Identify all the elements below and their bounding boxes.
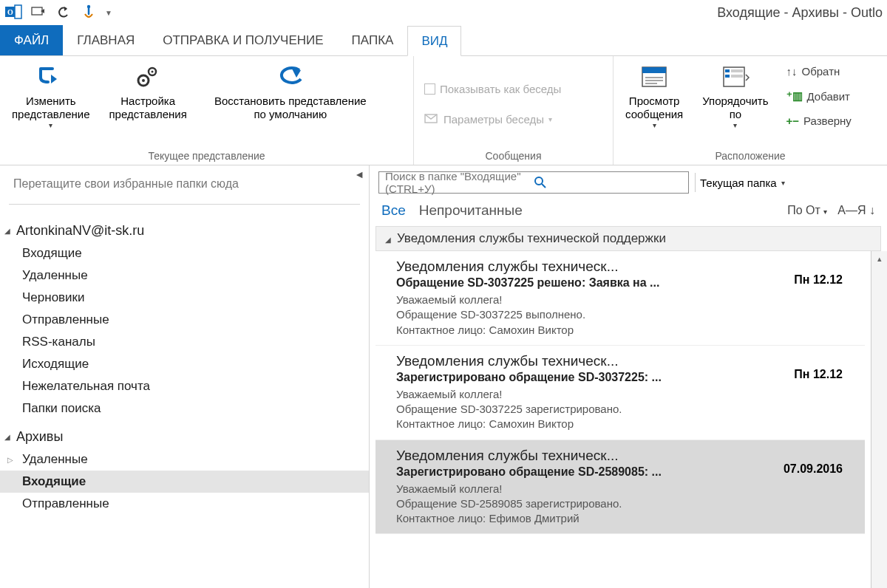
title-bar: O ▼ Входящие - Архивы - Outlo	[0, 0, 887, 25]
change-view-button[interactable]: Изменить представление ▾	[7, 61, 95, 133]
scrollbar[interactable]: ▴	[871, 251, 887, 588]
svg-rect-11	[642, 67, 666, 73]
message-group-header[interactable]: Уведомления службы технической поддержки	[375, 226, 881, 251]
message-item-selected[interactable]: Уведомления службы техническ... Зарегист…	[375, 440, 865, 535]
tab-view[interactable]: ВИД	[407, 26, 461, 56]
message-item[interactable]: Уведомления службы техническ... Зарегист…	[375, 346, 865, 440]
folder-junk[interactable]: Нежелательная почта	[0, 375, 369, 397]
message-date: 07.09.2016	[784, 462, 843, 476]
folder-drafts[interactable]: Черновики	[0, 287, 369, 309]
group-arrangement-label: Расположение	[621, 147, 880, 163]
message-preview: Уважаемый коллега! Обращение SD-3037225 …	[396, 293, 853, 338]
quick-access-toolbar: O ▼	[4, 4, 112, 21]
search-input[interactable]: Поиск в папке "Входящие" (CTRL+У)	[378, 171, 689, 194]
reset-icon	[274, 64, 307, 90]
conversation-settings-label: Параметры беседы	[444, 113, 544, 126]
arrange-by-button[interactable]: Упорядочить по ▾	[698, 61, 772, 133]
svg-point-6	[142, 79, 145, 82]
svg-rect-13	[725, 69, 730, 72]
archive-deleted[interactable]: Удаленные	[0, 448, 369, 471]
ribbon-group-arrangement: Просмотр сообщения ▾ Упорядочить по ▾ ↑↓…	[614, 56, 887, 165]
expand-collapse-button[interactable]: +− Разверну	[784, 110, 854, 131]
folder-outbox[interactable]: Исходящие	[0, 353, 369, 375]
ribbon: Изменить представление ▾ Настройка предс…	[0, 56, 887, 165]
conversation-icon	[424, 113, 439, 125]
tab-send-receive[interactable]: ОТПРАВКА И ПОЛУЧЕНИЕ	[149, 25, 337, 55]
account-node[interactable]: ArtonkinaNV@it-sk.ru	[0, 219, 369, 242]
scroll-up-icon[interactable]: ▴	[877, 251, 882, 267]
dropdown-caret-icon: ▾	[548, 115, 552, 123]
archives-node[interactable]: Архивы	[0, 425, 369, 448]
message-from: Уведомления службы техническ...	[396, 448, 853, 464]
reverse-sort-button[interactable]: ↑↓ Обратн	[784, 61, 854, 82]
tab-file[interactable]: ФАЙЛ	[0, 25, 63, 55]
view-settings-button[interactable]: Настройка представления	[105, 61, 191, 124]
favorites-hint: Перетащите свои избранные папки сюда	[0, 170, 369, 198]
send-receive-icon[interactable]	[30, 4, 47, 21]
expand-icon: +−	[786, 114, 800, 127]
window-title: Входящие - Архивы - Outlo	[112, 5, 883, 21]
undo-icon[interactable]	[55, 4, 72, 21]
show-as-conversations-checkbox[interactable]: Показывать как беседы	[421, 78, 564, 100]
folder-rss[interactable]: RSS-каналы	[0, 331, 369, 353]
ribbon-group-messages: Показывать как беседы Параметры беседы ▾…	[414, 56, 614, 165]
reset-view-button[interactable]: Восстановить представление по умолчанию	[202, 61, 379, 124]
add-columns-button[interactable]: ⁺▥ Добавит	[784, 85, 854, 107]
message-subject: Обращение SD-3037225 решено: Заявка на .…	[396, 276, 853, 290]
svg-rect-15	[725, 75, 730, 78]
folder-search[interactable]: Папки поиска	[0, 397, 369, 420]
message-preview-label: Просмотр сообщения	[625, 95, 683, 121]
checkbox-icon	[424, 83, 435, 95]
svg-rect-3	[32, 7, 42, 15]
sort-by-button[interactable]: По От ▾	[787, 204, 827, 217]
search-row: Поиск в папке "Входящие" (CTRL+У) Текуща…	[370, 165, 887, 199]
dropdown-caret-icon: ▾	[653, 121, 656, 130]
tab-home[interactable]: ГЛАВНАЯ	[63, 25, 149, 55]
message-from: Уведомления службы техническ...	[396, 259, 853, 275]
reverse-sort-label: Обратн	[802, 65, 840, 78]
folder-deleted[interactable]: Удаленные	[0, 264, 369, 287]
touch-mode-icon[interactable]	[80, 4, 98, 21]
add-columns-label: Добавит	[807, 90, 850, 103]
arrange-by-label: Упорядочить по	[702, 95, 768, 121]
search-scope-label: Текущая папка	[700, 177, 777, 189]
folder-sent[interactable]: Отправленные	[0, 309, 369, 331]
archive-inbox[interactable]: Входящие	[0, 471, 369, 493]
gear-icon	[133, 64, 163, 90]
filter-all[interactable]: Все	[381, 202, 406, 219]
collapse-pane-icon[interactable]: ◄	[354, 168, 364, 180]
dropdown-caret-icon: ▾	[781, 179, 785, 187]
group-current-view-label: Текущее представление	[7, 147, 406, 163]
outlook-icon: O	[4, 4, 22, 21]
message-item[interactable]: Уведомления службы техническ... Обращени…	[375, 251, 865, 346]
search-icon[interactable]	[534, 176, 682, 189]
svg-point-17	[535, 177, 543, 185]
message-preview: Уважаемый коллега! Обращение SD-3037225 …	[396, 387, 853, 432]
ribbon-tabs: ФАЙЛ ГЛАВНАЯ ОТПРАВКА И ПОЛУЧЕНИЕ ПАПКА …	[0, 25, 887, 56]
preview-icon	[639, 64, 669, 90]
arrange-extras: ↑↓ Обратн ⁺▥ Добавит +− Разверну	[784, 61, 854, 131]
sort-options: По От ▾ А—Я ↓	[787, 204, 875, 217]
message-subject: Зарегистрировано обращение SD-3037225: .…	[396, 371, 853, 384]
arrange-icon	[721, 64, 750, 90]
sort-direction-button[interactable]: А—Я ↓	[837, 204, 875, 217]
conversation-settings-button[interactable]: Параметры беседы ▾	[421, 109, 555, 130]
message-from: Уведомления службы техническ...	[396, 353, 853, 369]
separator	[9, 204, 360, 205]
message-list-pane: Поиск в папке "Входящие" (CTRL+У) Текуща…	[370, 165, 887, 588]
folder-inbox[interactable]: Входящие	[0, 242, 369, 264]
message-preview-button[interactable]: Просмотр сообщения ▾	[621, 61, 687, 133]
group-messages-label: Сообщения	[421, 147, 605, 163]
svg-point-4	[87, 5, 90, 8]
filter-unread[interactable]: Непрочитанные	[419, 202, 523, 219]
tab-folder[interactable]: ПАПКА	[338, 25, 408, 55]
svg-rect-14	[731, 69, 743, 72]
search-scope-button[interactable]: Текущая папка ▾	[695, 173, 789, 192]
change-view-icon	[36, 64, 66, 90]
message-date: Пн 12.12	[794, 368, 843, 381]
search-placeholder: Поиск в папке "Входящие" (CTRL+У)	[385, 170, 534, 195]
svg-rect-1	[15, 5, 21, 18]
qat-dropdown-icon[interactable]: ▼	[105, 9, 112, 17]
archive-sent[interactable]: Отправленные	[0, 493, 369, 515]
dropdown-caret-icon: ▾	[49, 121, 52, 130]
